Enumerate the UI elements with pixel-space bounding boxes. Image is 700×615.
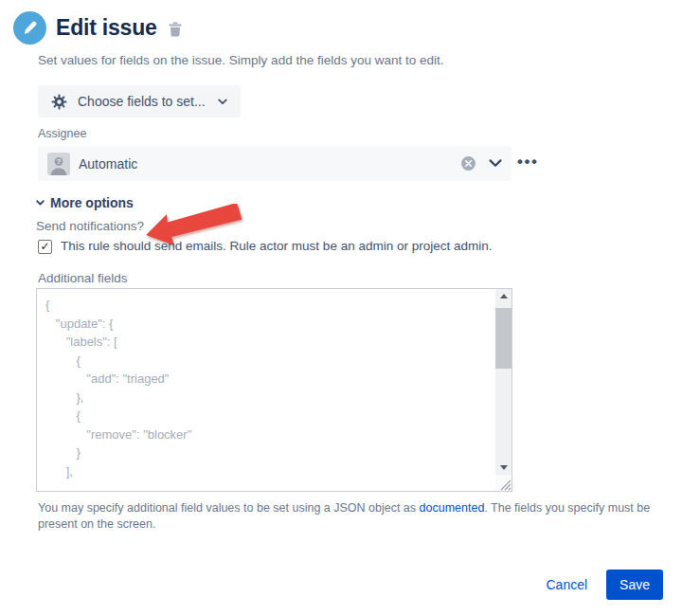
triangle-up-icon: [500, 294, 508, 298]
send-emails-checkbox[interactable]: ✓: [38, 240, 52, 254]
more-options-toggle[interactable]: More options: [36, 195, 134, 210]
action-bar: Cancel Save: [546, 570, 663, 600]
choose-fields-button[interactable]: Choose fields to set...: [38, 85, 241, 118]
cancel-button[interactable]: Cancel: [546, 577, 587, 592]
scrollbar-up-button[interactable]: [495, 289, 512, 303]
documented-link[interactable]: documented: [420, 501, 485, 515]
svg-text:?: ?: [57, 157, 62, 166]
description-text: Set values for fields on the issue. Simp…: [38, 53, 444, 67]
footer-text-before: You may specify additional field values …: [38, 501, 420, 515]
send-emails-option: ✓ This rule should send emails. Rule act…: [38, 239, 568, 254]
footer-help-text: You may specify additional field values …: [38, 500, 678, 533]
header: Edit issue: [13, 11, 182, 45]
checkmark-icon: ✓: [40, 242, 49, 252]
edit-issue-badge: [13, 11, 46, 45]
vertical-scrollbar[interactable]: [495, 289, 512, 475]
gear-icon: [51, 94, 67, 110]
select-chevron-down-icon[interactable]: [489, 159, 502, 168]
assignee-select[interactable]: ? Automatic: [38, 146, 512, 181]
send-emails-checkbox-label: This rule should send emails. Rule actor…: [61, 239, 492, 253]
resize-grip[interactable]: [495, 475, 512, 491]
scrollbar-thumb[interactable]: [495, 308, 512, 369]
assignee-field-label: Assignee: [38, 127, 86, 140]
avatar-icon: ?: [47, 153, 70, 175]
trash-icon: [169, 22, 182, 37]
clear-icon[interactable]: [460, 155, 476, 172]
scrollbar-down-button[interactable]: [495, 461, 512, 475]
additional-fields-input[interactable]: { "update": { "labels": [ { "add": "tria…: [37, 289, 512, 491]
edit-issue-panel: Edit issue Set values for fields on the …: [0, 0, 700, 615]
choose-fields-label: Choose fields to set...: [78, 94, 206, 109]
additional-fields-label: Additional fields: [38, 271, 128, 285]
additional-fields-editor: { "update": { "labels": [ { "add": "tria…: [36, 288, 512, 492]
assignee-value: Automatic: [79, 156, 460, 172]
page-title: Edit issue: [56, 15, 157, 41]
chevron-down-icon: [218, 99, 227, 105]
resize-grip-icon: [500, 479, 512, 491]
send-notifications-label: Send notifications?: [36, 219, 144, 233]
collapse-chevron-icon: [36, 200, 45, 206]
save-button[interactable]: Save: [606, 570, 663, 600]
delete-action-button[interactable]: [169, 22, 182, 37]
more-options-label: More options: [50, 195, 134, 210]
field-more-actions-button[interactable]: •••: [517, 153, 538, 172]
pencil-icon: [22, 20, 38, 36]
triangle-down-icon: [500, 465, 508, 470]
